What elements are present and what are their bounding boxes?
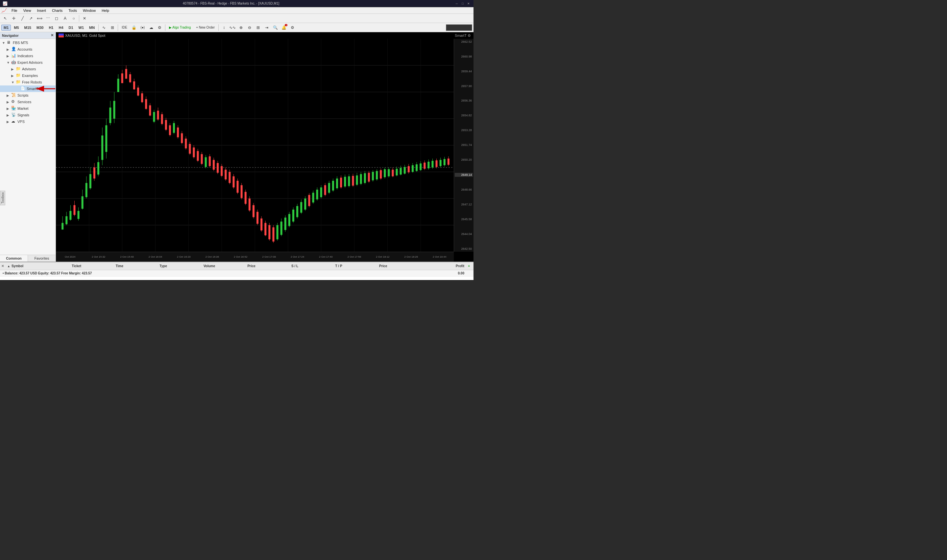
nav-label-scripts: Scripts	[17, 93, 29, 97]
svg-rect-85	[185, 139, 187, 149]
ide-button[interactable]: IDE	[119, 24, 129, 32]
nav-item-market[interactable]: ▶ 🏪 Market	[0, 105, 55, 112]
svg-rect-125	[264, 223, 266, 235]
svg-rect-81	[177, 128, 179, 137]
nav-tab-common[interactable]: Common	[0, 255, 28, 262]
period-h1-button[interactable]: H1	[46, 25, 55, 31]
nav-item-accounts[interactable]: ▶ 👤 Accounts	[0, 46, 55, 52]
zoom-in-button[interactable]: ⊕	[237, 24, 245, 32]
period-d1-button[interactable]: D1	[66, 25, 75, 31]
menu-item-help[interactable]: Help	[99, 8, 112, 13]
svg-rect-57	[129, 74, 131, 82]
navigator-panel: Navigator ✕ ▼ 🖥 FBS MT5 ▶ 👤 Accounts ▶ 📊…	[0, 32, 56, 262]
notifications-button[interactable]: 🔔1	[280, 24, 288, 32]
price-label: 2660.98	[455, 55, 473, 58]
svg-rect-95	[205, 157, 207, 167]
svg-rect-169	[352, 176, 354, 186]
period-m30-button[interactable]: M30	[34, 25, 46, 31]
balance-text: Balance: 423.57 USD Equity: 423.57 Free …	[5, 271, 92, 275]
chart-settings-button[interactable]: ⊞	[108, 24, 116, 32]
algo-trading-button[interactable]: ▶ Algo Trading	[167, 24, 193, 32]
lock-button[interactable]: 🔒	[130, 24, 138, 32]
svg-rect-113	[241, 185, 243, 198]
nav-item-services[interactable]: ▶ ⚙ Services	[0, 98, 55, 105]
col-sl: S / L	[290, 264, 334, 268]
text-button[interactable]: A	[61, 14, 69, 22]
line-button[interactable]: ╱	[18, 14, 26, 22]
expand-icon: ▶	[6, 107, 11, 111]
nav-item-examples[interactable]: ▶ 📁 Examples	[0, 72, 55, 79]
new-order-button[interactable]: + New Order	[194, 24, 217, 32]
close-x-icon[interactable]: ✕	[1, 264, 4, 268]
zoom-out-button[interactable]: ⊖	[246, 24, 254, 32]
current-price-label: 2649.14	[455, 173, 473, 177]
price-label: 2648.66	[455, 188, 473, 191]
nav-item-smartt[interactable]: ▶ 📄 SmartT	[0, 85, 55, 92]
refresh-button[interactable]: ⚙	[156, 24, 164, 32]
menu-item-file[interactable]: File	[9, 8, 20, 13]
close-button[interactable]: ✕	[466, 1, 471, 6]
svg-rect-53	[121, 73, 123, 83]
minimize-button[interactable]: ─	[454, 1, 459, 6]
menu-item-insert[interactable]: Insert	[34, 8, 49, 13]
nav-item-fbs[interactable]: ▼ 🖥 FBS MT5	[0, 40, 55, 46]
nav-label-expertadvisors: Expert Advisors	[17, 60, 42, 65]
menu-item-window[interactable]: Window	[80, 8, 98, 13]
settings-button[interactable]: ⚙	[288, 24, 296, 32]
svg-rect-55	[125, 69, 127, 79]
svg-rect-103	[221, 166, 223, 176]
grid-button[interactable]: ⊞	[254, 24, 262, 32]
nav-item-advisors[interactable]: ▶ 📁 Advisors	[0, 66, 55, 72]
svg-rect-75	[165, 120, 167, 130]
maximize-button[interactable]: □	[460, 1, 465, 6]
ellipse-button[interactable]: ○	[70, 14, 78, 22]
wave-button[interactable]: ∿∿	[228, 24, 236, 32]
cloud-button[interactable]: ☁	[147, 24, 155, 32]
menu-item-charts[interactable]: Charts	[49, 8, 65, 13]
channel-button[interactable]: ⟺	[35, 14, 43, 22]
bottom-panel: ✕ ▲ Symbol Ticket Time Type Volume Price…	[0, 262, 473, 280]
expand-icon: ▶	[11, 74, 16, 78]
depth-button[interactable]: ↕	[220, 24, 228, 32]
svg-rect-143	[300, 202, 302, 212]
svg-rect-135	[285, 218, 286, 230]
toolbox-label[interactable]: Toolbox	[0, 191, 5, 205]
nav-item-indicators[interactable]: ▶ 📊 Indicators	[0, 52, 55, 59]
svg-rect-45	[105, 125, 107, 152]
add-column-button[interactable]: +	[466, 264, 472, 268]
delete-button[interactable]: ✕	[80, 14, 88, 22]
svg-rect-217	[448, 159, 450, 165]
nav-item-signals[interactable]: ▶ 📡 Signals	[0, 112, 55, 118]
period-h4-button[interactable]: H4	[56, 25, 65, 31]
navigator-close-button[interactable]: ✕	[51, 33, 54, 37]
search-button[interactable]: 🔍	[271, 24, 279, 32]
period-w1-button[interactable]: W1	[76, 25, 86, 31]
svg-rect-181	[376, 171, 378, 180]
shapes-button[interactable]: ◻	[52, 14, 60, 22]
svg-rect-179	[372, 172, 374, 180]
menu-item-view[interactable]: View	[21, 8, 34, 13]
period-mn-button[interactable]: MN	[87, 25, 97, 31]
arrow-tool-button[interactable]: ↖	[1, 14, 9, 22]
svg-rect-93	[201, 154, 203, 164]
svg-rect-161	[336, 178, 338, 188]
svg-rect-175	[364, 173, 366, 183]
period-m1-button[interactable]: M1	[1, 25, 11, 31]
fib-button[interactable]: ⁻⁻	[44, 14, 52, 22]
nav-tab-favorites[interactable]: Favorites	[28, 255, 55, 262]
crosshair-button[interactable]: ✛	[10, 14, 18, 22]
chart-area[interactable]: XAUUSD, M1: Gold Spot SmartT ⚙	[56, 32, 473, 262]
period-m5-button[interactable]: M5	[11, 25, 21, 31]
price-axis: 2662.52 2660.98 2659.44 2657.90 2656.36 …	[454, 39, 473, 252]
radio-button[interactable]: (●)	[139, 24, 147, 32]
smartt-label[interactable]: SmartT ⚙	[455, 34, 471, 38]
menu-item-tools[interactable]: Tools	[66, 8, 80, 13]
period-m15-button[interactable]: M15	[22, 25, 34, 31]
nav-item-vps[interactable]: ▶ ☁ VPS	[0, 118, 55, 125]
col-symbol: Symbol	[11, 264, 23, 268]
nav-item-expertadvisors[interactable]: ▼ 🤖 Expert Advisors	[0, 59, 55, 66]
chart-shift-button[interactable]: ⇥	[263, 24, 271, 32]
chart-type-button[interactable]: ∿	[100, 24, 108, 32]
price-input[interactable]	[446, 24, 472, 31]
trendline-button[interactable]: ↗	[27, 14, 35, 22]
